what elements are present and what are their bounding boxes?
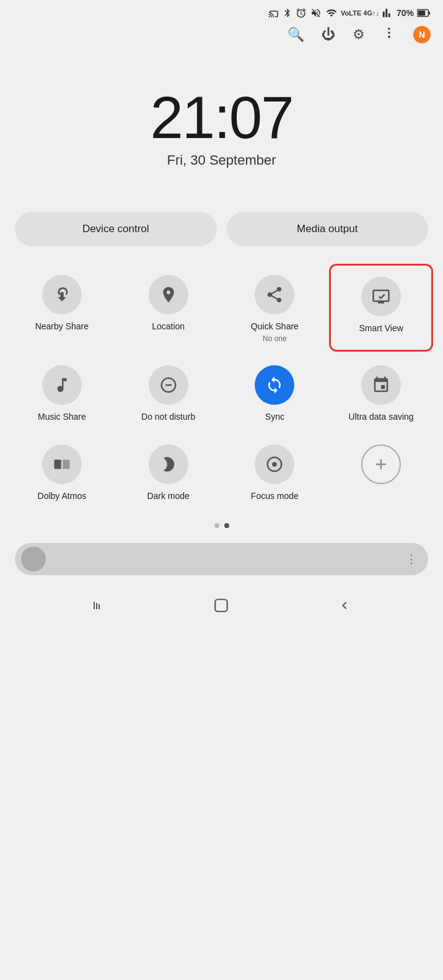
status-bar: VoLTE 4G↑↓ 70% — [0, 0, 443, 24]
signal-text: VoLTE 4G↑↓ — [341, 9, 379, 17]
status-icons: VoLTE 4G↑↓ 70% — [268, 7, 431, 19]
sync-icon-circle — [255, 365, 294, 405]
dark-mode-tile[interactable]: Dark mode — [116, 433, 221, 510]
clock-section: 21:07 Fri, 30 September — [0, 51, 443, 212]
volume-menu-icon[interactable]: ⋮ — [406, 552, 418, 566]
smart-view-icon-circle — [361, 277, 401, 316]
quick-tiles-grid: Nearby Share Location Quick Share No one… — [0, 264, 443, 511]
svg-rect-9 — [94, 602, 95, 609]
svg-rect-7 — [63, 460, 69, 469]
svg-point-3 — [388, 28, 390, 30]
quick-buttons-row: Device control Media output — [0, 212, 443, 264]
location-label: Location — [152, 321, 185, 332]
dolby-label: Dolby Atmos — [38, 490, 87, 501]
alarm-icon — [296, 7, 307, 19]
quick-share-icon-circle — [255, 275, 294, 314]
focus-tile[interactable]: Focus mode — [223, 433, 327, 510]
dolby-tile[interactable]: Dolby Atmos — [10, 433, 114, 510]
navigation-bar — [0, 585, 443, 630]
dolby-icon-circle — [42, 444, 82, 484]
battery-text: 70% — [397, 8, 414, 18]
music-share-tile[interactable]: Music Share — [10, 354, 114, 431]
focus-mode-label: Focus mode — [251, 490, 299, 501]
volume-slider[interactable]: ⋮ — [15, 543, 428, 575]
signal-bars-icon — [382, 7, 393, 19]
svg-rect-1 — [428, 12, 430, 15]
sync-tile[interactable]: Sync — [223, 354, 327, 431]
cast-icon — [268, 7, 279, 19]
page-dot-2 — [224, 523, 229, 528]
smart-view-label: Smart View — [359, 323, 403, 334]
page-dot-1 — [214, 523, 219, 528]
nearby-share-label: Nearby Share — [35, 321, 89, 332]
svg-rect-2 — [418, 11, 425, 15]
mute-icon — [310, 7, 322, 19]
dark-mode-icon-circle — [149, 444, 188, 484]
bluetooth-icon — [283, 7, 292, 19]
quick-share-sublabel: No one — [263, 334, 287, 343]
location-icon-circle — [149, 275, 188, 314]
svg-rect-6 — [54, 460, 61, 469]
notification-badge[interactable]: N — [413, 26, 431, 43]
page-dots — [0, 511, 443, 538]
ultra-data-icon-circle — [361, 365, 401, 405]
sync-label: Sync — [265, 411, 284, 422]
add-icon-circle — [361, 444, 401, 484]
svg-rect-12 — [216, 599, 228, 612]
svg-rect-11 — [99, 604, 100, 609]
device-control-button[interactable]: Device control — [15, 212, 217, 246]
dark-mode-label: Dark mode — [147, 490, 189, 501]
quick-actions-bar: 🔍 ⏻ ⚙ N — [0, 24, 443, 51]
ultra-data-tile[interactable]: Ultra data saving — [329, 354, 433, 431]
power-icon[interactable]: ⏻ — [322, 27, 335, 43]
back-button[interactable] — [337, 598, 352, 617]
quick-share-tile[interactable]: Quick Share No one — [223, 264, 327, 352]
nearby-share-tile[interactable]: Nearby Share — [10, 264, 114, 352]
svg-point-5 — [388, 36, 390, 38]
wifi-icon — [325, 7, 338, 19]
search-icon[interactable]: 🔍 — [287, 27, 304, 43]
svg-point-8 — [273, 462, 278, 467]
svg-rect-10 — [96, 603, 97, 609]
recent-apps-icon[interactable] — [91, 598, 106, 617]
ultra-data-label: Ultra data saving — [349, 411, 414, 422]
clock-time: 21:07 — [12, 88, 431, 147]
home-button[interactable] — [213, 597, 229, 617]
more-menu-icon[interactable] — [382, 26, 396, 43]
nearby-share-icon-circle — [42, 275, 82, 314]
settings-icon[interactable]: ⚙ — [353, 27, 365, 43]
svg-point-4 — [388, 32, 390, 34]
media-output-button[interactable]: Media output — [227, 212, 429, 246]
music-share-icon-circle — [42, 365, 82, 405]
dnd-icon-circle — [149, 365, 188, 405]
focus-icon-circle — [255, 444, 294, 484]
smart-view-tile[interactable]: Smart View — [329, 264, 433, 352]
music-share-label: Music Share — [38, 411, 86, 422]
add-tile[interactable] — [329, 433, 433, 510]
dnd-tile[interactable]: Do not disturb — [116, 354, 221, 431]
clock-date: Fri, 30 September — [12, 152, 431, 168]
quick-share-label: Quick Share — [251, 321, 299, 332]
battery-icon — [417, 9, 431, 17]
volume-thumb — [21, 547, 46, 571]
location-tile[interactable]: Location — [116, 264, 221, 352]
dnd-label: Do not disturb — [141, 411, 195, 422]
